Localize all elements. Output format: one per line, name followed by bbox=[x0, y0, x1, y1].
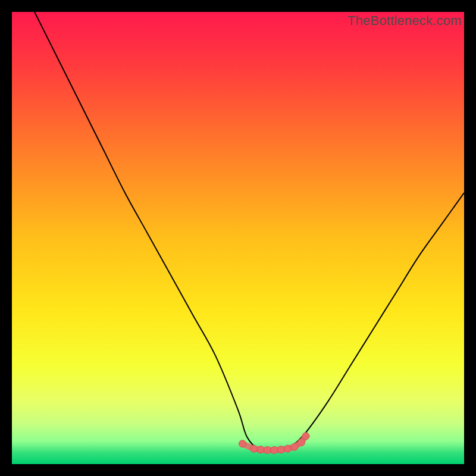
optimal-marker-dot bbox=[257, 446, 264, 453]
optimal-marker-dot bbox=[239, 440, 246, 447]
optimal-marker-dot bbox=[302, 433, 309, 440]
optimal-markers bbox=[239, 433, 309, 454]
watermark-text: TheBottleneck.com bbox=[347, 13, 462, 29]
optimal-marker-dot bbox=[298, 439, 305, 446]
optimal-marker-dot bbox=[264, 446, 271, 453]
optimal-marker-dot bbox=[250, 445, 258, 452]
bottleneck-curve bbox=[35, 12, 464, 452]
optimal-marker-dot bbox=[284, 445, 292, 452]
optimal-marker-dot bbox=[271, 446, 278, 453]
plot-area bbox=[12, 12, 464, 464]
curve-layer bbox=[12, 12, 464, 464]
chart-frame: TheBottleneck.com bbox=[0, 0, 476, 476]
optimal-marker-dot bbox=[291, 443, 298, 450]
optimal-marker-dot bbox=[277, 446, 284, 453]
